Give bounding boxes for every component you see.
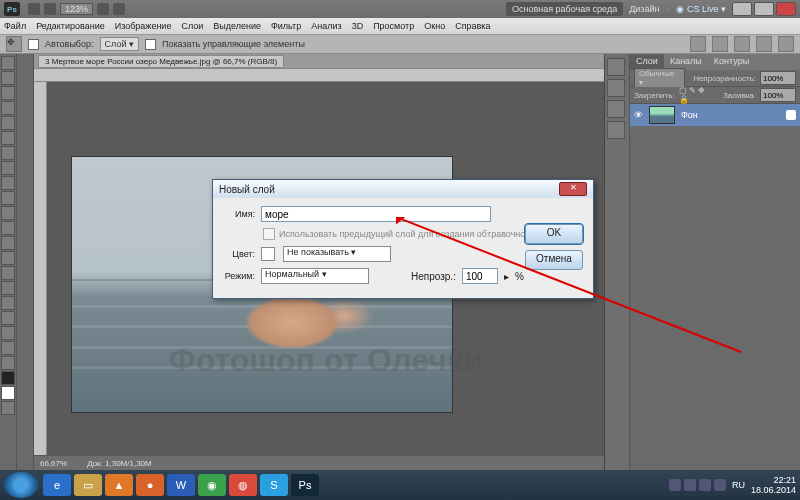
- new-layer-dialog: Новый слой ✕ Имя: Использовать предыдущи…: [212, 179, 594, 299]
- dialog-close-button[interactable]: ✕: [559, 182, 587, 196]
- wand-tool[interactable]: [1, 101, 15, 115]
- mode-label: Режим:: [221, 271, 255, 281]
- clipmask-label: Использовать предыдущий слой для создани…: [279, 229, 558, 239]
- maximize-button[interactable]: [754, 2, 774, 16]
- start-button[interactable]: [4, 472, 38, 498]
- menu-file[interactable]: Файл: [4, 21, 26, 31]
- align-icon[interactable]: [756, 36, 772, 52]
- options-bar: ✥ Автовыбор: Слой ▾ Показать управляющие…: [0, 34, 800, 54]
- align-icon[interactable]: [712, 36, 728, 52]
- menu-layers[interactable]: Слои: [181, 21, 203, 31]
- taskbar-chrome[interactable]: ◍: [229, 474, 257, 496]
- taskbar-explorer[interactable]: ▭: [74, 474, 102, 496]
- align-icon[interactable]: [734, 36, 750, 52]
- path-tool[interactable]: [1, 296, 15, 310]
- tray-icon[interactable]: [699, 479, 711, 491]
- taskbar-app[interactable]: ◉: [198, 474, 226, 496]
- tray-icon[interactable]: [714, 479, 726, 491]
- layer-row[interactable]: 👁 Фон: [630, 104, 800, 126]
- zoom-tool[interactable]: [1, 356, 15, 370]
- opacity-input[interactable]: [760, 71, 796, 85]
- workspace-button[interactable]: Основная рабочая среда: [506, 2, 623, 16]
- taskbar-skype[interactable]: S: [260, 474, 288, 496]
- taskbar-firefox[interactable]: ●: [136, 474, 164, 496]
- bridge-icon[interactable]: [28, 3, 40, 15]
- move-tool[interactable]: [1, 56, 15, 70]
- ruler-vertical: [34, 82, 47, 455]
- show-controls-checkbox[interactable]: [145, 39, 156, 50]
- lock-label: Закрепить:: [634, 91, 675, 100]
- menu-analysis[interactable]: Анализ: [311, 21, 341, 31]
- blur-tool[interactable]: [1, 236, 15, 250]
- align-icon[interactable]: [778, 36, 794, 52]
- crop-tool[interactable]: [1, 116, 15, 130]
- pen-tool[interactable]: [1, 266, 15, 280]
- blend-mode-combo[interactable]: Обычные ▾: [634, 68, 685, 88]
- history-brush-tool[interactable]: [1, 191, 15, 205]
- ps-logo: Ps: [4, 2, 20, 16]
- hand-icon[interactable]: [97, 3, 109, 15]
- taskbar-word[interactable]: W: [167, 474, 195, 496]
- status-bar: 66,67% Док: 1,30M/1,30M: [34, 455, 604, 470]
- mode-combo[interactable]: Нормальный ▾: [261, 268, 369, 284]
- zoom-icon[interactable]: [113, 3, 125, 15]
- cancel-button[interactable]: Отмена: [525, 250, 583, 270]
- menu-bar: Файл Редактирование Изображение Слои Выд…: [0, 18, 800, 34]
- menu-help[interactable]: Справка: [455, 21, 490, 31]
- color-combo[interactable]: Не показывать ▾: [283, 246, 391, 262]
- tray-icon[interactable]: [669, 479, 681, 491]
- eyedropper-tool[interactable]: [1, 131, 15, 145]
- panel-icon[interactable]: [607, 121, 625, 139]
- close-button[interactable]: [776, 2, 796, 16]
- opacity-input[interactable]: [462, 268, 498, 284]
- eye-icon[interactable]: 👁: [634, 110, 643, 120]
- bg-color[interactable]: [1, 386, 15, 400]
- autoselect-checkbox[interactable]: [28, 39, 39, 50]
- 3d-tool[interactable]: [1, 326, 15, 340]
- type-tool[interactable]: [1, 281, 15, 295]
- menu-image[interactable]: Изображение: [115, 21, 172, 31]
- autoselect-combo[interactable]: Слой ▾: [100, 37, 139, 51]
- align-icon[interactable]: [690, 36, 706, 52]
- taskbar-vlc[interactable]: ▲: [105, 474, 133, 496]
- menu-3d[interactable]: 3D: [352, 21, 364, 31]
- cslive-button[interactable]: ◉ CS Live ▾: [676, 4, 726, 14]
- lock-icon: [786, 110, 796, 120]
- menu-edit[interactable]: Редактирование: [36, 21, 105, 31]
- gradient-tool[interactable]: [1, 221, 15, 235]
- opacity-label: Непрозрачность:: [693, 74, 756, 83]
- panel-icon[interactable]: [607, 79, 625, 97]
- panel-icon[interactable]: [607, 58, 625, 76]
- menu-window[interactable]: Окно: [424, 21, 445, 31]
- quickmask-tool[interactable]: [1, 401, 15, 415]
- tray-icon[interactable]: [684, 479, 696, 491]
- lasso-tool[interactable]: [1, 86, 15, 100]
- stamp-tool[interactable]: [1, 176, 15, 190]
- zoom-combo[interactable]: 123%: [60, 3, 93, 15]
- fill-input[interactable]: [760, 88, 796, 102]
- brush-tool[interactable]: [1, 161, 15, 175]
- menu-view[interactable]: Просмотр: [373, 21, 414, 31]
- eraser-tool[interactable]: [1, 206, 15, 220]
- minibridge-icon[interactable]: [44, 3, 56, 15]
- panel-icon[interactable]: [607, 100, 625, 118]
- design-label[interactable]: Дизайн: [629, 4, 659, 14]
- tab-paths[interactable]: Контуры: [708, 54, 755, 70]
- taskbar-ie[interactable]: e: [43, 474, 71, 496]
- layer-thumb: [649, 106, 675, 124]
- shape-tool[interactable]: [1, 311, 15, 325]
- healing-tool[interactable]: [1, 146, 15, 160]
- hand-tool[interactable]: [1, 341, 15, 355]
- clipmask-checkbox[interactable]: [263, 228, 275, 240]
- lang-indicator[interactable]: RU: [732, 480, 745, 490]
- menu-filter[interactable]: Фильтр: [271, 21, 301, 31]
- menu-select[interactable]: Выделение: [213, 21, 261, 31]
- marquee-tool[interactable]: [1, 71, 15, 85]
- ok-button[interactable]: OK: [525, 224, 583, 244]
- minimize-button[interactable]: [732, 2, 752, 16]
- name-input[interactable]: [261, 206, 491, 222]
- dodge-tool[interactable]: [1, 251, 15, 265]
- document-tab[interactable]: 3 Мертвое море России озеро Медвежье.jpg…: [38, 55, 284, 68]
- fg-color[interactable]: [1, 371, 15, 385]
- taskbar-photoshop[interactable]: Ps: [291, 474, 319, 496]
